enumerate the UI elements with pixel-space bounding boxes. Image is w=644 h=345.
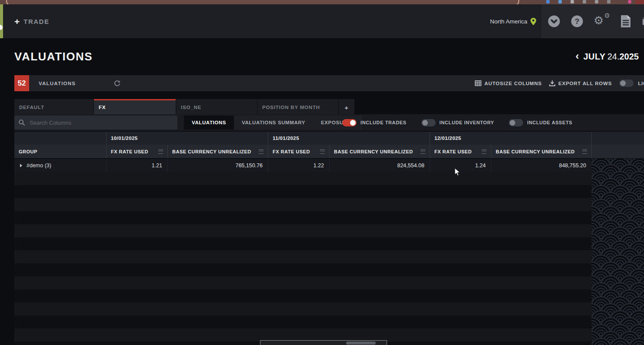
base-currency-cell: 765,150.76 bbox=[167, 159, 268, 172]
browser-profile-badge bbox=[635, 0, 644, 4]
plus-icon: + bbox=[14, 17, 20, 26]
light-mode-toggle-group: LIGHT MODE bbox=[619, 80, 644, 87]
left-edge-dot bbox=[0, 25, 3, 30]
table-date-group-header: 10/01/2025 11/01/2025 12/01/2025 bbox=[14, 132, 644, 145]
help-icon[interactable]: ? bbox=[571, 15, 584, 28]
include-inventory-toggle[interactable] bbox=[421, 119, 436, 126]
search-columns-input[interactable] bbox=[29, 119, 161, 126]
new-trade-button[interactable]: + TRADE bbox=[14, 4, 49, 38]
light-mode-toggle[interactable] bbox=[619, 80, 634, 87]
include-inventory-toggle-group: INCLUDE INVENTORY bbox=[421, 119, 494, 126]
location-pin-icon bbox=[531, 18, 536, 25]
expand-caret-icon[interactable] bbox=[20, 164, 22, 167]
date-navigator[interactable]: ‹ JULY24.2025 bbox=[575, 52, 639, 62]
view-mode-segments: VALUATIONS VALUATIONS SUMMARY EXPOSURES bbox=[184, 116, 362, 129]
refresh-icon[interactable] bbox=[114, 80, 120, 86]
app-window: + TRADE North America ? bbox=[0, 0, 644, 345]
page-header: VALUATIONS ‹ JULY24.2025 bbox=[14, 38, 639, 75]
table-column-header: GROUP FX RATE USED BASE CURRENCY UNREALI… bbox=[14, 145, 644, 158]
autosize-columns-label: AUTOSIZE COLUMNS bbox=[484, 81, 542, 86]
document-icon[interactable] bbox=[619, 15, 632, 28]
column-header-fx-rate[interactable]: FX RATE USED bbox=[106, 145, 167, 158]
base-currency-cell: 824,554.08 bbox=[329, 159, 430, 172]
include-trades-toggle-group: INCLUDE TRADES bbox=[342, 119, 407, 126]
region-selector[interactable]: North America bbox=[490, 4, 536, 38]
download-icon bbox=[549, 80, 555, 86]
scrollbar-thumb[interactable] bbox=[346, 342, 376, 345]
horizontal-scrollbar[interactable] bbox=[260, 340, 387, 345]
base-currency-cell: 848,755.20 bbox=[491, 159, 591, 172]
column-header-base-currency[interactable]: BASE CURRENCY UNREALIZED bbox=[167, 145, 268, 158]
fx-rate-cell: 1.22 bbox=[268, 159, 329, 172]
row-count-label: VALUATIONS bbox=[39, 81, 76, 86]
segment-valuations[interactable]: VALUATIONS bbox=[184, 116, 234, 129]
valuations-toolbar: 52 VALUATIONS AUTOSIZE COLUMNS bbox=[14, 75, 644, 91]
tab-position-by-month[interactable]: POSITION BY MONTH bbox=[257, 99, 338, 114]
browser-extension-icon[interactable] bbox=[546, 0, 550, 3]
column-menu-icon[interactable] bbox=[420, 149, 425, 154]
column-menu-icon[interactable] bbox=[482, 149, 487, 154]
date-group-header: 12/01/2025 bbox=[430, 132, 591, 145]
svg-text:?: ? bbox=[575, 17, 579, 26]
search-columns-box bbox=[14, 116, 177, 129]
wave-pattern-background bbox=[591, 159, 644, 345]
search-icon bbox=[19, 119, 25, 126]
date-year: 2025 bbox=[620, 52, 639, 61]
browser-extension-icon[interactable] bbox=[583, 0, 586, 3]
top-navigation-bar: + TRADE North America ? bbox=[3, 4, 644, 38]
browser-extension-icon[interactable] bbox=[628, 0, 631, 3]
export-all-rows-button[interactable]: EXPORT ALL ROWS bbox=[549, 80, 612, 86]
chevron-left-icon[interactable]: ‹ bbox=[575, 51, 579, 61]
include-assets-toggle-group: INCLUDE ASSETS bbox=[509, 119, 572, 126]
filter-bar: VALUATIONS VALUATIONS SUMMARY EXPOSURES … bbox=[14, 114, 644, 131]
column-header-tail bbox=[591, 145, 644, 158]
column-header-fx-rate[interactable]: FX RATE USED bbox=[430, 145, 491, 158]
tab-default[interactable]: DEFAULT bbox=[14, 99, 93, 114]
group-header-spacer bbox=[14, 132, 106, 145]
include-assets-toggle[interactable] bbox=[509, 119, 523, 126]
left-edge-accent bbox=[0, 4, 3, 38]
topbar-icons: ? ⚙ ⚙ bbox=[547, 4, 644, 38]
settings-gears-icon[interactable]: ⚙ ⚙ bbox=[594, 14, 609, 29]
browser-extension-icon[interactable] bbox=[607, 0, 611, 3]
add-tab-button[interactable]: + bbox=[339, 99, 354, 114]
group-cell[interactable]: #demo (3) bbox=[14, 159, 106, 172]
page-title: VALUATIONS bbox=[14, 50, 93, 63]
column-menu-icon[interactable] bbox=[158, 149, 163, 154]
tab-fx[interactable]: FX bbox=[94, 99, 176, 114]
column-header-fx-rate[interactable]: FX RATE USED bbox=[268, 145, 329, 158]
column-header-group[interactable]: GROUP bbox=[14, 145, 106, 158]
column-menu-icon[interactable] bbox=[320, 149, 325, 154]
date-group-header: 11/01/2025 bbox=[268, 132, 430, 145]
column-header-base-currency[interactable]: BASE CURRENCY UNREALIZED bbox=[329, 145, 430, 158]
fx-rate-cell: 1.21 bbox=[106, 159, 167, 172]
trade-button-label: TRADE bbox=[23, 18, 49, 25]
region-label: North America bbox=[490, 18, 527, 25]
browser-extension-icon[interactable] bbox=[595, 0, 598, 3]
toolbar-actions: AUTOSIZE COLUMNS EXPORT ALL ROWS LIGHT M… bbox=[475, 75, 644, 91]
segment-valuations-summary[interactable]: VALUATIONS SUMMARY bbox=[234, 116, 313, 129]
chevron-down-circle-icon[interactable] bbox=[547, 15, 561, 28]
browser-extension-icon[interactable] bbox=[571, 0, 574, 3]
browser-chrome bbox=[0, 0, 644, 4]
column-menu-icon[interactable] bbox=[259, 149, 264, 154]
table-row[interactable]: #demo (3) 1.21 765,150.76 1.22 824,554.0… bbox=[14, 159, 591, 172]
date-month: JULY bbox=[583, 52, 605, 61]
grid-icon bbox=[475, 80, 481, 86]
fx-rate-cell: 1.24 bbox=[430, 159, 491, 172]
light-mode-label: LIGHT MODE bbox=[638, 81, 644, 86]
row-count-badge: 52 bbox=[14, 75, 29, 91]
plus-icon: + bbox=[344, 104, 349, 111]
date-group-header: 10/01/2025 bbox=[106, 132, 268, 145]
column-menu-icon[interactable] bbox=[582, 149, 587, 154]
browser-extension-icon[interactable] bbox=[558, 0, 562, 3]
autosize-columns-button[interactable]: AUTOSIZE COLUMNS bbox=[475, 80, 542, 86]
column-header-base-currency[interactable]: BASE CURRENCY UNREALIZED bbox=[491, 145, 591, 158]
tab-iso-ne[interactable]: ISO_NE bbox=[176, 99, 257, 114]
mail-icon[interactable] bbox=[642, 15, 644, 28]
date-day: 24. bbox=[607, 52, 620, 61]
group-header-tail bbox=[591, 132, 644, 145]
include-toggles: INCLUDE TRADES INCLUDE INVENTORY INCLUDE… bbox=[342, 114, 572, 131]
export-all-rows-label: EXPORT ALL ROWS bbox=[558, 81, 612, 86]
include-trades-toggle[interactable] bbox=[342, 119, 357, 126]
